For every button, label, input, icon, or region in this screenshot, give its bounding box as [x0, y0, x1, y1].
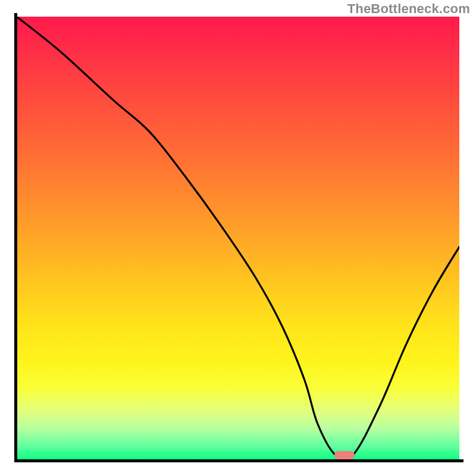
y-axis [14, 13, 17, 462]
optimal-point-marker [334, 451, 355, 459]
bottleneck-curve-path [17, 17, 459, 459]
curve-layer [17, 17, 459, 459]
attribution-watermark: TheBottleneck.com [347, 1, 470, 17]
x-axis [14, 459, 464, 462]
bottleneck-chart: TheBottleneck.com [0, 0, 476, 476]
